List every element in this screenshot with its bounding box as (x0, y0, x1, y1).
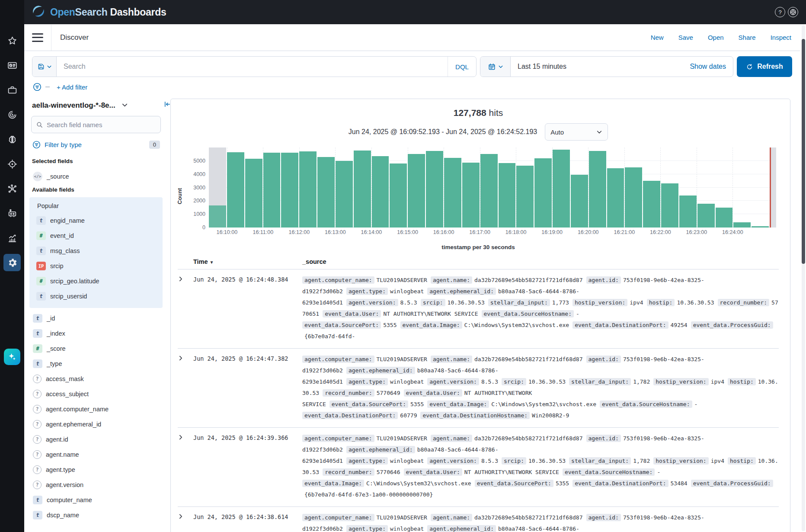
nav-item-favorites[interactable] (3, 32, 21, 49)
page-scrollbar[interactable] (802, 25, 805, 531)
field-item-_type[interactable]: t _type (31, 356, 161, 371)
histogram-bucket-16:11:00[interactable] (263, 147, 281, 228)
nav-item-detections[interactable] (3, 155, 21, 173)
histogram-bucket-16:23:00[interactable] (697, 147, 715, 228)
histogram-bucket-16:24:30[interactable] (752, 147, 769, 228)
field-item-srcip_geo.latitude[interactable]: # srcip_geo.latitude (31, 273, 161, 288)
expand-row-icon[interactable] (178, 433, 193, 500)
nav-item-automation[interactable] (3, 205, 21, 222)
histogram-bucket-16:23:30[interactable] (716, 147, 733, 228)
histogram-bucket-16:20:30[interactable] (607, 147, 624, 228)
histogram-bucket-16:18:30[interactable] (534, 147, 552, 228)
histogram-bucket-16:10:00[interactable] (227, 147, 244, 228)
histogram-bucket-16:17:30[interactable] (499, 147, 516, 228)
nav-item-machine-learning[interactable] (3, 131, 21, 148)
field-item-agent.version[interactable]: ? agent.version (31, 477, 161, 492)
histogram-bucket-16:10:30[interactable] (245, 147, 262, 228)
field-item-msg_class[interactable]: t msg_class (31, 243, 161, 258)
nav-item-overview[interactable] (3, 57, 21, 74)
expand-row-icon[interactable] (178, 275, 193, 342)
histogram-bucket-16:09:30[interactable] (209, 147, 226, 228)
histogram-bucket-16:22:00[interactable] (661, 147, 678, 228)
histogram-bucket-16:13:30[interactable] (354, 147, 371, 228)
field-item-agent.name[interactable]: ? agent.name (31, 447, 161, 462)
field-item-_id[interactable]: t _id (31, 311, 161, 326)
field-item-event_id[interactable]: # event_id (31, 228, 161, 243)
nav-item-analytics[interactable] (3, 229, 21, 247)
query-language-button[interactable]: DQL (448, 57, 476, 77)
expand-row-icon[interactable] (178, 354, 193, 421)
interval-select[interactable]: Auto (545, 123, 608, 141)
field-item-computer_name[interactable]: t computer_name (31, 492, 161, 507)
add-filter-button[interactable]: + Add filter (57, 83, 87, 91)
field-key-chip: event_data.ProcessGuid: (691, 321, 773, 329)
histogram-bucket-16:14:00[interactable] (372, 147, 389, 228)
action-share[interactable]: Share (739, 34, 756, 41)
saved-query-button[interactable] (32, 57, 57, 77)
histogram-bar (589, 151, 606, 228)
field-value: da32b72689e54bb582721f721df68d87 (472, 435, 582, 442)
expand-row-icon[interactable] (178, 512, 193, 532)
field-item-access_mask[interactable]: ? access_mask (31, 371, 161, 386)
field-item-dscp_name[interactable]: t dscp_name (31, 507, 161, 522)
collapse-sidebar-icon[interactable] (163, 100, 171, 110)
opensearch-logo[interactable]: OpenSearchDashboards (31, 4, 166, 20)
action-save[interactable]: Save (678, 34, 693, 41)
nav-item-hunting[interactable] (3, 106, 21, 123)
chevron-down-icon[interactable] (122, 102, 128, 110)
calendar-button[interactable] (480, 57, 511, 77)
histogram-bucket-16:19:00[interactable] (553, 147, 570, 228)
histogram-bucket-16:21:00[interactable] (625, 147, 642, 228)
histogram-bucket-16:14:30[interactable] (390, 147, 407, 228)
show-dates-link[interactable]: Show dates (690, 63, 726, 71)
field-item-_source[interactable]: </> _source (31, 169, 161, 184)
action-new[interactable]: New (651, 34, 664, 41)
histogram-bucket-16:11:30[interactable] (281, 147, 298, 228)
histogram-bucket-16:13:00[interactable] (336, 147, 353, 228)
field-item-srcip[interactable]: IP srcip (31, 258, 161, 273)
field-search-input[interactable] (47, 121, 156, 128)
field-value: TLU2019ADSERVER (374, 435, 427, 442)
field-type-unknown-icon: ? (33, 375, 42, 383)
histogram-bucket-16:19:30[interactable] (571, 147, 588, 228)
histogram-bucket-16:12:00[interactable] (299, 147, 317, 228)
nav-item-cases[interactable] (3, 81, 21, 99)
lifebuoy-icon[interactable] (788, 7, 798, 17)
scrollbar-thumb[interactable] (802, 39, 805, 264)
time-column-header[interactable]: Time▼ (193, 258, 302, 265)
histogram-bucket-16:22:30[interactable] (679, 147, 697, 228)
histogram-bucket-16:15:00[interactable] (408, 147, 425, 228)
histogram-bucket-16:16:00[interactable] (444, 147, 461, 228)
sort-desc-icon[interactable]: ▼ (210, 260, 214, 265)
histogram-bucket-16:17:00[interactable] (480, 147, 498, 228)
field-item-agent.ephemeral_id[interactable]: ? agent.ephemeral_id (31, 417, 161, 432)
histogram-bucket-16:21:30[interactable] (643, 147, 660, 228)
action-open[interactable]: Open (708, 34, 724, 41)
histogram-bucket-16:18:00[interactable] (516, 147, 534, 228)
histogram-bucket-16:24:00[interactable] (733, 147, 751, 228)
search-input[interactable] (57, 57, 448, 77)
field-item-agent.type[interactable]: ? agent.type (31, 462, 161, 477)
histogram-bucket-16:12:30[interactable] (317, 147, 335, 228)
filter-by-type-button[interactable]: Filter by type (45, 141, 82, 148)
nav-item-settings[interactable] (3, 254, 21, 271)
help-icon[interactable]: ? (775, 7, 785, 17)
field-item-engid_name[interactable]: t engid_name (31, 213, 161, 228)
histogram-bucket-16:15:30[interactable] (426, 147, 443, 228)
index-pattern-selector[interactable]: aella-wineventlog-*-8e... (32, 101, 115, 110)
action-inspect[interactable]: Inspect (771, 34, 791, 41)
field-item-srcip_usersid[interactable]: t srcip_usersid (31, 288, 161, 304)
field-item-_score[interactable]: # _score (31, 341, 161, 356)
nav-item-correlation-graph[interactable] (3, 180, 21, 197)
field-item-access_subject[interactable]: ? access_subject (31, 386, 161, 401)
histogram-plot-area[interactable] (209, 147, 776, 228)
menu-icon[interactable] (32, 33, 43, 42)
time-range-button[interactable]: Last 15 minutes Show dates (511, 57, 733, 77)
field-item-agent.computer_name[interactable]: ? agent.computer_name (31, 401, 161, 417)
refresh-button[interactable]: Refresh (737, 56, 792, 77)
histogram-bucket-16:20:00[interactable] (589, 147, 606, 228)
nav-item-assistant[interactable] (4, 349, 20, 365)
histogram-bucket-16:16:30[interactable] (462, 147, 480, 228)
field-item-_index[interactable]: t _index (31, 326, 161, 341)
field-item-agent.id[interactable]: ? agent.id (31, 432, 161, 447)
